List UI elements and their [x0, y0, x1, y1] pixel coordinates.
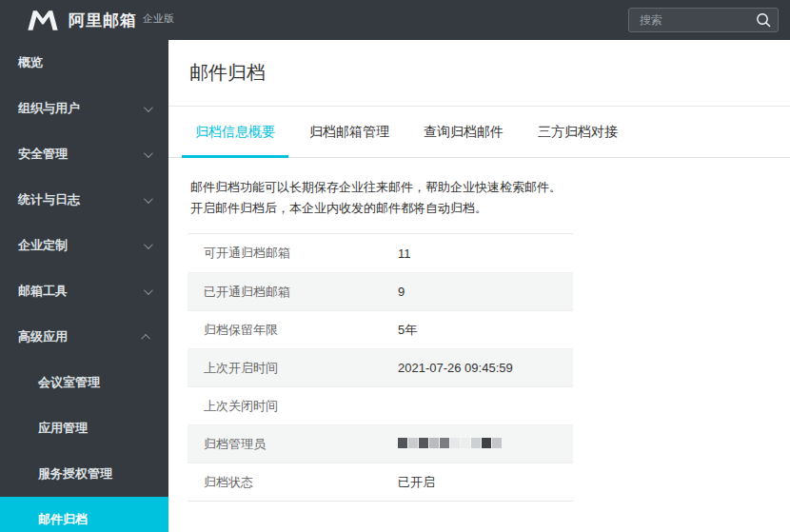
table-row-archive-retention-years: 归档保留年限 5年	[188, 310, 573, 348]
chevron-down-icon	[144, 103, 153, 112]
chevron-down-icon	[144, 240, 153, 249]
chevron-up-icon	[141, 333, 150, 343]
row-value: 5年	[398, 322, 417, 339]
tab-panel-archive-info: 邮件归档功能可以长期保存企业往来邮件，帮助企业快速检索邮件。 开启邮件归档后，本…	[168, 158, 790, 502]
tab-bar: 归档信息概要 归档邮箱管理 查询归档邮件 三方归档对接	[168, 107, 790, 158]
archive-info-table: 可开通归档邮箱 11 已开通归档邮箱 9 归档保留年限 5年 上次开启时间 20…	[188, 233, 573, 502]
chevron-down-icon	[144, 148, 153, 158]
table-row-archive-administrator: 归档管理员	[188, 424, 573, 463]
table-row-last-disabled-time: 上次关闭时间	[188, 386, 573, 424]
sidebar-item-label: 邮箱工具	[18, 283, 68, 300]
topbar-search	[628, 8, 779, 32]
row-label: 归档管理员	[188, 436, 398, 453]
sidebar-item-label: 统计与日志	[18, 191, 80, 208]
brand-edition: 企业版	[143, 11, 174, 26]
sidebar-item-label: 高级应用	[18, 328, 68, 345]
sidebar-submenu-advanced-apps: 会议室管理 应用管理 服务授权管理 邮件归档	[0, 360, 168, 532]
row-label: 归档保留年限	[188, 322, 398, 339]
sidebar-item-label: 概览	[18, 54, 43, 71]
sidebar: 概览 组织与用户 安全管理 统计与日志 企业定制 邮箱工具 高级应用 会议室管理…	[0, 40, 168, 532]
sidebar-item-enterprise-customization[interactable]: 企业定制	[0, 223, 168, 268]
row-label: 可开通归档邮箱	[188, 245, 398, 262]
search-input[interactable]	[628, 8, 779, 32]
page-header: 邮件归档	[168, 40, 790, 107]
row-value: 已开启	[398, 474, 435, 491]
row-value: 2021-07-26 09:45:59	[398, 361, 513, 375]
sidebar-item-meeting-room-management[interactable]: 会议室管理	[0, 360, 168, 405]
row-label: 上次开启时间	[188, 360, 398, 377]
brand-name: 阿里邮箱	[69, 10, 137, 31]
row-label: 已开通归档邮箱	[188, 284, 398, 301]
page-title: 邮件归档	[189, 60, 266, 86]
row-value: 9	[398, 285, 405, 299]
sidebar-item-security-management[interactable]: 安全管理	[0, 131, 168, 177]
row-label: 归档状态	[188, 474, 398, 491]
tab-archive-info-overview[interactable]: 归档信息概要	[182, 107, 288, 157]
brand: 阿里邮箱 企业版	[26, 10, 174, 31]
table-row-available-archive-mailboxes: 可开通归档邮箱 11	[188, 234, 573, 272]
m-mark-icon	[26, 10, 60, 31]
topbar: 阿里邮箱 企业版	[0, 0, 790, 40]
table-row-enabled-archive-mailboxes: 已开通归档邮箱 9	[188, 272, 573, 310]
tab-archive-mailbox-management[interactable]: 归档邮箱管理	[296, 107, 403, 157]
sidebar-item-org-and-users[interactable]: 组织与用户	[0, 86, 168, 131]
row-value: 11	[398, 246, 411, 261]
sidebar-item-service-authorization[interactable]: 服务授权管理	[0, 451, 168, 497]
sidebar-item-stats-and-logs[interactable]: 统计与日志	[0, 177, 168, 223]
tab-third-party-archive-integration[interactable]: 三方归档对接	[524, 107, 631, 157]
row-label: 上次关闭时间	[188, 398, 398, 415]
sidebar-item-app-management[interactable]: 应用管理	[0, 405, 168, 451]
archive-description-line-2: 开启邮件归档后，本企业内收发的邮件都将自动归档。	[190, 198, 767, 219]
tab-search-archived-mail[interactable]: 查询归档邮件	[410, 107, 517, 157]
sidebar-item-label: 企业定制	[18, 237, 68, 254]
archive-description-line-1: 邮件归档功能可以长期保存企业往来邮件，帮助企业快速检索邮件。	[190, 177, 767, 198]
sidebar-item-overview[interactable]: 概览	[0, 40, 168, 86]
sidebar-item-label: 安全管理	[18, 146, 68, 163]
table-row-archive-status: 归档状态 已开启	[188, 463, 573, 501]
redacted-admin-value	[398, 438, 503, 448]
table-row-last-enabled-time: 上次开启时间 2021-07-26 09:45:59	[188, 348, 573, 386]
row-value	[398, 437, 503, 451]
sidebar-item-advanced-apps[interactable]: 高级应用	[0, 314, 168, 360]
chevron-down-icon	[144, 286, 153, 295]
chevron-down-icon	[144, 194, 153, 204]
main-content: 邮件归档 归档信息概要 归档邮箱管理 查询归档邮件 三方归档对接 邮件归档功能可…	[168, 40, 790, 532]
sidebar-item-label: 组织与用户	[18, 100, 80, 117]
sidebar-item-mailbox-tools[interactable]: 邮箱工具	[0, 268, 168, 314]
sidebar-item-mail-archive[interactable]: 邮件归档	[0, 497, 168, 532]
